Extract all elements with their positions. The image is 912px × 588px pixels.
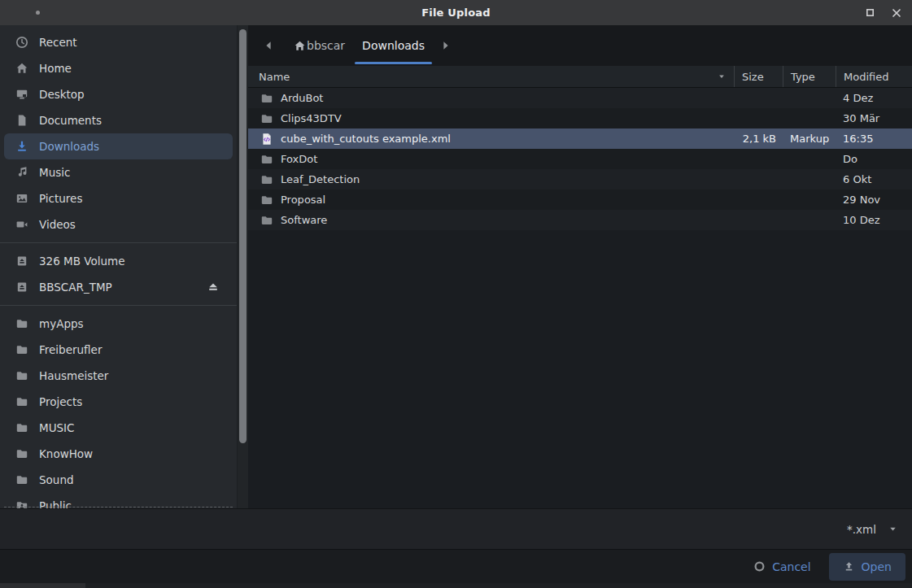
dialog-body: Recent Home Desktop Documents Downloads … [0,25,912,508]
folder-icon [15,343,28,356]
sidebar-volume-326mb[interactable]: 326 MB Volume [4,248,233,274]
document-icon [15,114,28,127]
breadcrumb-current[interactable]: Downloads [358,39,429,52]
sidebar-item-label: myApps [39,317,84,330]
forward-button[interactable] [439,38,453,53]
breadcrumb-home[interactable]: bbscar [294,39,345,52]
back-button[interactable] [261,38,276,53]
places-sidebar: Recent Home Desktop Documents Downloads … [0,25,237,508]
file-modified: 30 Mär [836,112,912,124]
file-type-filter[interactable]: *.xml [847,523,897,536]
file-name: ArduBot [281,92,323,104]
chevron-down-icon [888,525,897,534]
sidebar-item-recent[interactable]: Recent [4,29,233,55]
sidebar-item-label: Documents [39,114,102,127]
sidebar-item-label: Recent [39,36,77,49]
download-icon [15,140,28,153]
image-icon [15,192,28,205]
maximize-button[interactable] [866,8,875,17]
file-row-leaf-detection[interactable]: Leaf_Detection 6 Okt [248,169,912,189]
window-controls [866,0,902,25]
sidebar-item-label: Downloads [39,140,99,153]
sort-indicator-icon [718,72,726,81]
file-row-foxdot[interactable]: FoxDot Do [248,149,912,169]
file-size: 2,1 kB [734,133,783,145]
file-name: Proposal [281,194,325,206]
folder-icon [15,395,28,408]
desktop-icon [15,88,28,101]
clock-icon [15,36,28,49]
sidebar-item-label: Home [39,62,72,75]
filter-value: *.xml [847,523,876,536]
folder-icon [260,92,273,105]
window-title: File Upload [0,7,912,19]
video-camera-icon [15,218,28,231]
folder-icon [15,447,28,460]
file-row-proposal[interactable]: Proposal 29 Nov [248,189,912,210]
sidebar-item-home[interactable]: Home [4,55,233,81]
path-bar: bbscar Downloads [248,25,912,66]
file-type: Markup [783,133,836,145]
app-icon [36,11,40,15]
folder-icon [260,173,273,186]
folder-icon [260,112,273,125]
sidebar-item-label: Videos [39,218,76,231]
folder-icon [15,473,28,486]
sidebar-folder-sound[interactable]: Sound [4,467,233,493]
column-header-name[interactable]: Name [248,66,734,87]
sidebar-scrollbar[interactable] [237,25,248,508]
cancel-button[interactable]: Cancel [753,560,810,573]
sidebar-item-downloads[interactable]: Downloads [4,133,233,159]
home-icon [15,62,28,75]
sidebar-item-label: Hausmeister [39,369,108,382]
file-row-ardubot[interactable]: ArduBot 4 Dez [248,88,912,108]
close-button[interactable] [891,7,902,19]
breadcrumb-root-label: bbscar [307,39,345,52]
sidebar-separator [0,305,237,306]
sidebar-folder-knowhow[interactable]: KnowHow [4,441,233,467]
bottom-edge [0,583,912,588]
folder-icon [260,153,273,166]
file-row-cube-with-cutouts-xml[interactable]: cube_with_cutouts example.xml 2,1 kB Mar… [248,128,912,149]
column-header-modified[interactable]: Modified [836,66,912,87]
sidebar-item-label: KnowHow [39,447,93,460]
scrollbar-thumb[interactable] [239,29,247,443]
sidebar-overflow-indicator [4,507,233,507]
sidebar-item-label: Sound [39,473,74,486]
music-note-icon [15,166,28,179]
sidebar-folder-projects[interactable]: Projects [4,389,233,415]
sidebar-item-documents[interactable]: Documents [4,107,233,133]
file-modified: 6 Okt [836,173,912,185]
sidebar-item-pictures[interactable]: Pictures [4,185,233,211]
folder-icon [15,317,28,330]
column-header-type[interactable]: Type [783,66,836,87]
column-header-size[interactable]: Size [734,66,783,87]
folder-icon [15,421,28,434]
open-button[interactable]: Open [829,553,905,581]
background-panel-fragment [0,583,85,588]
column-headers: Name Size Type Modified [248,66,912,88]
sidebar-folder-myapps[interactable]: myApps [4,311,233,337]
sidebar-item-videos[interactable]: Videos [4,211,233,237]
sidebar-item-label: Projects [39,395,82,408]
folder-icon [15,369,28,382]
cancel-label: Cancel [772,560,810,573]
sidebar-item-label: Pictures [39,192,82,205]
file-name: FoxDot [281,153,317,165]
sidebar-folder-freiberufler[interactable]: Freiberufler [4,337,233,363]
sidebar-volume-bbscar-tmp[interactable]: BBSCAR_TMP [4,274,233,300]
sidebar-item-music[interactable]: Music [4,159,233,185]
sidebar-item-label: 326 MB Volume [39,255,124,268]
folder-icon [260,214,273,227]
file-upload-dialog: File Upload Recent Home Desktop [0,0,912,588]
file-modified: 29 Nov [836,194,912,206]
filter-bar: *.xml [0,508,912,549]
file-modified: 16:35 [836,133,912,145]
file-row-clips43dtv[interactable]: Clips43DTV 30 Mär [248,108,912,128]
sidebar-folder-music[interactable]: MUSIC [4,415,233,441]
sidebar-folder-hausmeister[interactable]: Hausmeister [4,363,233,389]
eject-button[interactable] [207,281,221,294]
file-row-software[interactable]: Software 10 Dez [248,210,912,230]
sidebar-item-desktop[interactable]: Desktop [4,81,233,107]
cancel-icon [753,560,766,573]
